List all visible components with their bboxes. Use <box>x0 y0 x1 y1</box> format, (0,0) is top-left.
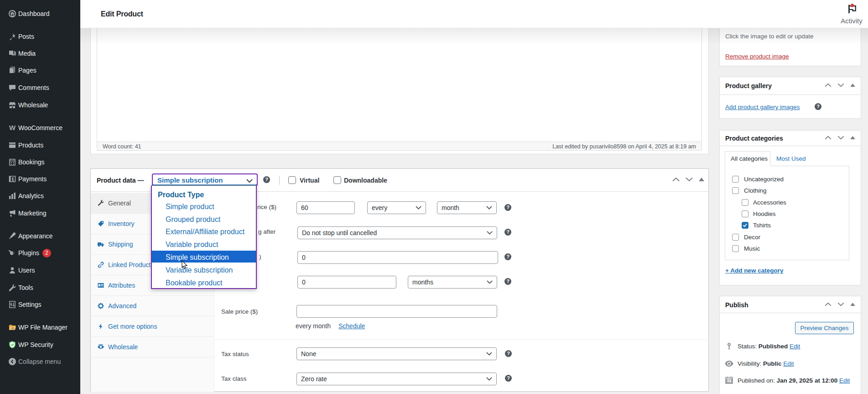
svg-text:W: W <box>9 124 16 131</box>
